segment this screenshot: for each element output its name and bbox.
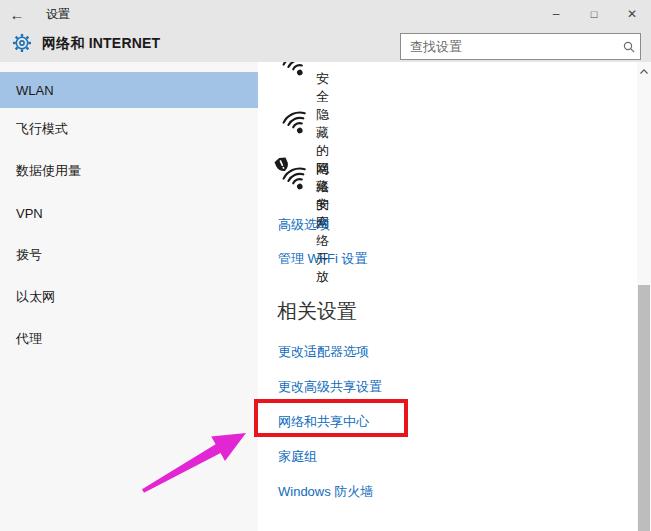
minimize-button[interactable]: – [537,0,575,28]
scroll-up-icon[interactable] [637,64,651,78]
sidebar-item-proxy[interactable]: 代理 [0,318,258,360]
page-title: 网络和 INTERNET [42,35,160,53]
related-settings-heading: 相关设置 [277,298,357,325]
warning-shield-icon [275,157,289,172]
window-controls: – □ ✕ [537,0,651,28]
sidebar-item-airplane-mode[interactable]: 飞行模式 [0,108,258,150]
link-manage-wifi-settings[interactable]: 管理 Wi-Fi 设置 [278,250,368,268]
network-status: 安全 [316,70,329,106]
window-title: 设置 [46,6,70,23]
search-icon[interactable] [618,36,640,58]
wifi-icon [280,62,312,80]
wifi-warning-icon [280,162,312,194]
link-network-sharing-center[interactable]: 网络和共享中心 [278,413,369,431]
sidebar-item-wlan[interactable]: WLAN [0,72,258,108]
sidebar-item-vpn[interactable]: VPN [0,192,258,234]
titlebar: ← 设置 – □ ✕ [0,0,651,28]
network-name: 隐藏的网络 [316,160,329,250]
maximize-button[interactable]: □ [575,0,613,28]
app-header: 网络和 INTERNET [0,28,651,62]
wifi-icon [280,106,312,138]
link-change-adapter-options[interactable]: 更改适配器选项 [278,343,369,361]
search-box[interactable] [400,33,641,60]
link-homegroup[interactable]: 家庭组 [278,448,317,466]
back-button[interactable]: ← [0,6,34,23]
sidebar-item-data-usage[interactable]: 数据使用量 [0,150,258,192]
main-content: 安全 隐藏的网络 安全 [258,62,637,531]
sidebar: WLAN 飞行模式 数据使用量 VPN 拨号 以太网 代理 [0,62,258,531]
close-button[interactable]: ✕ [613,0,651,28]
link-windows-firewall[interactable]: Windows 防火墙 [278,483,373,501]
sidebar-item-dial-up[interactable]: 拨号 [0,234,258,276]
search-input[interactable] [401,39,618,54]
scrollbar[interactable] [637,62,651,531]
window-chrome: ← 设置 – □ ✕ 网络和 INTERNET [0,0,651,62]
link-advanced-options[interactable]: 高级选项 [278,216,330,234]
link-change-advanced-sharing[interactable]: 更改高级共享设置 [278,378,382,396]
sidebar-item-ethernet[interactable]: 以太网 [0,276,258,318]
gear-icon [11,32,33,54]
settings-window: { "titlebar": { "back_icon": "←", "title… [0,0,651,531]
scrollbar-thumb[interactable] [638,285,650,531]
